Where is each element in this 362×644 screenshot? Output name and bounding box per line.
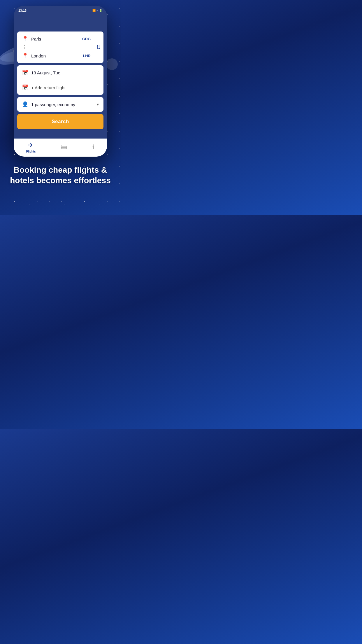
info-icon: ℹ xyxy=(92,144,94,151)
wifi-icon: 📶 xyxy=(92,9,96,12)
from-pin-icon: 📍 xyxy=(22,36,28,42)
calendar-icon-return: 📅 xyxy=(22,84,28,91)
status-time: 13:13 xyxy=(18,9,27,12)
status-bar: 13:13 📶 R 🔋 xyxy=(14,6,107,14)
flights-icon: ✈ xyxy=(28,141,34,149)
bottom-tagline: Booking cheap flights & hotels becomes e… xyxy=(0,157,121,195)
date-card[interactable]: 📅 13 August, Tue 📅 + Add return flight xyxy=(17,65,103,95)
departure-date: 13 August, Tue xyxy=(31,70,60,75)
nav-flights-label: Flights xyxy=(26,150,36,153)
passenger-row[interactable]: 👤 1 passenger, economy ▾ xyxy=(17,97,103,112)
phone-frame: 13:13 📶 R 🔋 📍 Paris CDG xyxy=(14,6,107,157)
route-inner: 📍 Paris CDG xyxy=(17,32,103,63)
moon-decoration xyxy=(106,58,118,70)
signal-icon: R xyxy=(96,9,98,12)
route-container: 📍 Paris CDG xyxy=(17,32,103,63)
bottom-navigation: ✈ Flights 🛏 ℹ xyxy=(14,139,107,157)
app-content: 📍 Paris CDG xyxy=(14,32,107,133)
to-row[interactable]: 📍 London LHR xyxy=(17,50,103,63)
from-city: Paris xyxy=(31,36,79,41)
nav-flights[interactable]: ✈ Flights xyxy=(26,141,36,153)
person-icon: 👤 xyxy=(22,101,28,108)
connector-dot-3 xyxy=(24,48,25,49)
passenger-card[interactable]: 👤 1 passenger, economy ▾ xyxy=(17,97,103,112)
departure-date-row[interactable]: 📅 13 August, Tue xyxy=(17,65,103,80)
route-card[interactable]: 📍 Paris CDG xyxy=(17,32,103,63)
return-date-row[interactable]: 📅 + Add return flight xyxy=(17,80,103,95)
search-button[interactable]: Search xyxy=(17,114,103,129)
dropdown-chevron-icon: ▾ xyxy=(97,102,99,107)
nav-hotels[interactable]: 🛏 xyxy=(61,144,67,151)
from-code: CDG xyxy=(82,37,91,41)
hotels-icon: 🛏 xyxy=(61,144,67,151)
connector-dot-1 xyxy=(24,45,25,46)
tagline-text: Booking cheap flights & hotels becomes e… xyxy=(10,165,110,185)
connector-dot-2 xyxy=(24,47,25,48)
phone-bottom-space xyxy=(14,133,107,139)
calendar-icon-departure: 📅 xyxy=(22,69,28,76)
to-pin-icon: 📍 xyxy=(22,52,28,59)
battery-icon: 🔋 xyxy=(99,9,102,12)
nav-info[interactable]: ℹ xyxy=(92,144,94,151)
from-row[interactable]: 📍 Paris CDG xyxy=(17,32,103,44)
phone-header xyxy=(14,14,107,32)
passenger-summary: 1 passenger, economy xyxy=(31,102,93,107)
to-city: London xyxy=(31,53,79,58)
add-return-label: + Add return flight xyxy=(31,85,66,90)
status-icons: 📶 R 🔋 xyxy=(92,9,102,12)
to-code: LHR xyxy=(83,54,91,58)
swap-button[interactable]: ⇅ xyxy=(96,44,101,50)
